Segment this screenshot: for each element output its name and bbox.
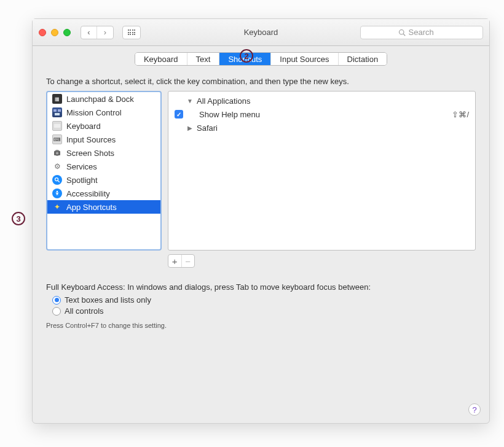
category-label: Screen Shots — [66, 149, 114, 158]
content-area: To change a shortcut, select it, click t… — [33, 66, 489, 423]
forward-button[interactable]: › — [97, 26, 113, 39]
group-label: All Applications — [197, 96, 250, 106]
category-label: Input Sources — [66, 135, 116, 144]
add-button[interactable]: + — [168, 255, 181, 267]
shortcut-keys[interactable]: ⇧⌘/ — [452, 110, 469, 119]
category-label: Spotlight — [66, 176, 98, 185]
svg-point-9 — [55, 178, 58, 181]
checkbox-checked-icon[interactable]: ✓ — [175, 110, 183, 119]
category-label: Keyboard — [66, 122, 101, 131]
tab-keyboard[interactable]: Keyboard — [135, 53, 187, 65]
shortcut-group-all-applications[interactable]: ▼ All Applications — [168, 94, 475, 107]
svg-point-0 — [399, 29, 404, 34]
tab-dictation[interactable]: Dictation — [338, 53, 387, 65]
shortcut-item-label: Show Help menu — [199, 110, 260, 119]
category-services[interactable]: ⚙ Services — [47, 160, 160, 173]
search-icon — [398, 29, 406, 36]
svg-rect-5 — [53, 123, 61, 128]
tabs-row: Keyboard Text Shortcuts Input Sources Di… — [33, 46, 489, 66]
input-sources-icon: ⌨ — [52, 134, 62, 144]
fka-option-all-controls[interactable]: All controls — [52, 306, 476, 316]
fka-title: Full Keyboard Access: In windows and dia… — [46, 282, 476, 292]
category-screen-shots[interactable]: Screen Shots — [47, 146, 160, 160]
tab-input-sources[interactable]: Input Sources — [270, 53, 337, 65]
category-app-shortcuts[interactable]: ✦ App Shortcuts — [47, 200, 160, 214]
tab-text[interactable]: Text — [187, 53, 219, 65]
disclosure-triangle-icon[interactable]: ▶ — [187, 125, 193, 131]
shortcut-list: ▼ All Applications ✓ Show Help menu ⇧⌘/ … — [168, 91, 475, 137]
category-launchpad-dock[interactable]: ▦ Launchpad & Dock — [47, 92, 160, 106]
category-accessibility[interactable]: Accessibility — [47, 187, 160, 200]
group-label: Safari — [197, 123, 218, 133]
accessibility-icon — [52, 189, 62, 198]
add-remove-control: + − — [168, 254, 195, 268]
tab-segmented-control: Keyboard Text Shortcuts Input Sources Di… — [135, 52, 387, 66]
launchpad-icon: ▦ — [52, 94, 62, 104]
preferences-window: ‹ › Keyboard Keyboard Text Shortcuts Inp… — [32, 18, 490, 424]
mission-control-icon — [52, 107, 62, 117]
nav-back-forward: ‹ › — [81, 26, 114, 39]
fka-hint: Press Control+F7 to change this setting. — [46, 322, 476, 329]
radio-label: All controls — [65, 306, 104, 316]
help-button[interactable]: ? — [468, 403, 481, 416]
grid-icon — [128, 29, 136, 35]
category-label: App Shortcuts — [66, 203, 117, 212]
tab-shortcuts[interactable]: Shortcuts — [219, 53, 270, 65]
window-controls — [39, 29, 71, 36]
annotation-badge-3: 3 — [12, 212, 25, 225]
remove-button[interactable]: − — [181, 255, 195, 267]
disclosure-triangle-icon[interactable]: ▼ — [187, 98, 193, 104]
search-input[interactable] — [409, 28, 446, 37]
full-keyboard-access-section: Full Keyboard Access: In windows and dia… — [46, 282, 476, 329]
radio-label: Text boxes and lists only — [65, 295, 151, 305]
svg-point-8 — [56, 152, 58, 155]
screenshots-icon — [52, 148, 62, 158]
category-keyboard[interactable]: Keyboard — [47, 119, 160, 133]
maximize-icon[interactable] — [63, 29, 71, 36]
category-label: Mission Control — [66, 108, 122, 117]
keyboard-icon — [52, 121, 62, 131]
instruction-text: To change a shortcut, select it, click t… — [46, 77, 476, 86]
category-label: Accessibility — [66, 189, 110, 198]
show-all-button[interactable] — [122, 26, 141, 39]
category-mission-control[interactable]: Mission Control — [47, 106, 160, 119]
category-label: Services — [66, 162, 97, 171]
category-spotlight[interactable]: Spotlight — [47, 173, 160, 187]
shortcut-item-show-help-menu[interactable]: ✓ Show Help menu ⇧⌘/ — [168, 107, 475, 121]
svg-rect-4 — [55, 113, 60, 115]
svg-rect-2 — [53, 109, 57, 112]
shortcut-detail-pane[interactable]: ▼ All Applications ✓ Show Help menu ⇧⌘/ … — [168, 91, 476, 251]
fka-option-text-boxes[interactable]: Text boxes and lists only — [52, 295, 476, 305]
svg-point-11 — [57, 191, 58, 193]
search-field[interactable] — [360, 26, 483, 39]
minimize-icon[interactable] — [51, 29, 58, 36]
panes: ▦ Launchpad & Dock Mission Control Key — [46, 91, 476, 251]
spotlight-icon — [52, 175, 62, 185]
category-list: ▦ Launchpad & Dock Mission Control Key — [47, 92, 160, 214]
back-button[interactable]: ‹ — [81, 26, 97, 39]
titlebar: ‹ › Keyboard — [33, 19, 489, 46]
shortcut-group-safari[interactable]: ▶ Safari — [168, 121, 475, 134]
category-input-sources[interactable]: ⌨ Input Sources — [47, 133, 160, 146]
app-shortcuts-icon: ✦ — [52, 202, 62, 212]
svg-rect-3 — [58, 109, 61, 112]
services-icon: ⚙ — [52, 161, 62, 171]
category-label: Launchpad & Dock — [66, 95, 134, 104]
close-icon[interactable] — [39, 29, 46, 36]
category-pane[interactable]: ▦ Launchpad & Dock Mission Control Key — [46, 91, 162, 251]
svg-line-1 — [403, 34, 405, 36]
svg-line-10 — [58, 181, 60, 182]
radio-checked-icon[interactable] — [52, 296, 61, 305]
radio-unchecked-icon[interactable] — [52, 307, 61, 316]
